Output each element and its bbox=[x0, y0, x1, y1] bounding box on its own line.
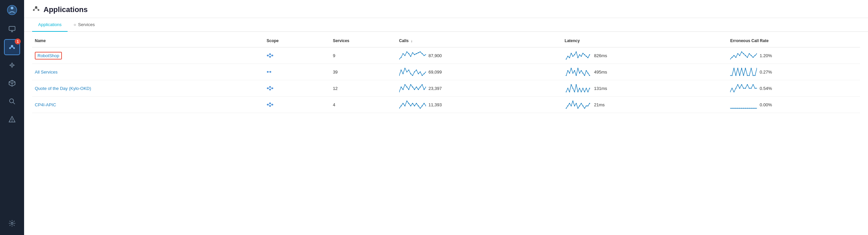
tab-applications[interactable]: Applications bbox=[32, 18, 68, 32]
scope-distributed-icon bbox=[267, 102, 328, 107]
svg-point-83 bbox=[572, 72, 574, 73]
svg-point-60 bbox=[754, 55, 755, 56]
svg-point-14 bbox=[269, 54, 271, 55]
sidebar-item-alerts[interactable] bbox=[4, 111, 20, 127]
latency-value: 21ms bbox=[594, 102, 604, 107]
svg-point-20 bbox=[404, 55, 405, 56]
calls-value: 11,393 bbox=[429, 102, 442, 107]
sidebar-item-applications[interactable]: 1 bbox=[4, 39, 20, 55]
erroneous-value: 1.20% bbox=[760, 53, 772, 58]
svg-point-151 bbox=[745, 88, 746, 89]
svg-point-81 bbox=[569, 72, 570, 73]
svg-point-57 bbox=[749, 53, 750, 54]
cell-services: 4 bbox=[330, 97, 397, 113]
svg-point-3 bbox=[11, 45, 13, 47]
svg-point-5 bbox=[13, 47, 15, 49]
col-header-erroneous[interactable]: Erroneous Call Rate bbox=[727, 34, 860, 47]
svg-point-45 bbox=[588, 57, 589, 58]
svg-point-66 bbox=[402, 73, 403, 74]
svg-point-65 bbox=[401, 70, 402, 70]
sidebar-item-search[interactable] bbox=[4, 93, 20, 109]
svg-point-168 bbox=[410, 105, 411, 106]
app-name-link[interactable]: Quote of the Day (Kylo-OKD) bbox=[35, 86, 91, 91]
svg-point-190 bbox=[588, 105, 589, 106]
svg-point-142 bbox=[589, 88, 590, 89]
svg-point-200 bbox=[745, 108, 746, 109]
svg-point-52 bbox=[739, 55, 740, 56]
svg-point-136 bbox=[579, 88, 580, 89]
svg-point-108 bbox=[756, 68, 757, 69]
svg-point-84 bbox=[574, 70, 575, 71]
cell-latency: 826ms bbox=[562, 47, 727, 64]
tab-services[interactable]: ○ Services bbox=[68, 18, 101, 32]
svg-point-150 bbox=[743, 88, 744, 89]
svg-point-115 bbox=[402, 89, 403, 90]
svg-point-73 bbox=[415, 70, 416, 70]
app-name-link[interactable]: CP4I-APIC bbox=[35, 102, 56, 107]
page-title: Applications bbox=[43, 5, 88, 14]
sidebar-item-settings[interactable] bbox=[4, 215, 20, 231]
cell-name: All Services bbox=[32, 64, 264, 80]
svg-point-43 bbox=[584, 54, 585, 55]
col-header-name[interactable]: Name bbox=[32, 34, 264, 47]
svg-point-74 bbox=[417, 73, 418, 74]
svg-point-87 bbox=[579, 72, 580, 73]
cell-scope bbox=[264, 97, 330, 113]
svg-point-156 bbox=[754, 88, 755, 89]
svg-point-29 bbox=[422, 53, 423, 54]
svg-point-41 bbox=[581, 56, 582, 57]
svg-point-75 bbox=[420, 71, 421, 72]
tab-services-label: Services bbox=[78, 22, 95, 27]
svg-point-35 bbox=[571, 53, 572, 54]
svg-point-40 bbox=[579, 54, 580, 55]
scope-single-icon bbox=[267, 70, 328, 74]
svg-point-195 bbox=[736, 108, 737, 109]
svg-point-146 bbox=[736, 88, 737, 89]
cell-name: CP4I-APIC bbox=[32, 97, 264, 113]
svg-point-134 bbox=[576, 84, 577, 85]
cell-services: 39 bbox=[330, 64, 397, 80]
svg-point-169 bbox=[412, 103, 413, 104]
svg-point-113 bbox=[399, 92, 400, 93]
svg-point-56 bbox=[747, 57, 748, 58]
svg-point-201 bbox=[747, 108, 748, 109]
svg-point-4 bbox=[9, 47, 11, 49]
svg-point-122 bbox=[415, 87, 416, 88]
svg-point-117 bbox=[406, 87, 407, 88]
svg-point-36 bbox=[572, 56, 574, 57]
svg-point-170 bbox=[414, 105, 415, 106]
col-header-calls[interactable]: Calls ↓ bbox=[397, 34, 562, 47]
svg-point-49 bbox=[734, 55, 735, 56]
app-name-link[interactable]: RobotShop bbox=[35, 52, 62, 60]
table-row: CP4I-APIC 4 11,393 21ms 0.00% bbox=[32, 97, 860, 113]
scope-distributed-icon bbox=[267, 53, 328, 58]
svg-point-164 bbox=[402, 103, 403, 104]
col-header-scope[interactable]: Scope bbox=[264, 34, 330, 47]
svg-point-112 bbox=[271, 88, 273, 89]
svg-point-37 bbox=[574, 54, 575, 55]
sidebar-badge: 1 bbox=[15, 38, 21, 44]
sidebar-item-packages[interactable] bbox=[4, 75, 20, 91]
svg-point-69 bbox=[408, 70, 409, 70]
col-header-services[interactable]: Services bbox=[330, 34, 397, 47]
svg-point-42 bbox=[583, 53, 584, 54]
col-header-latency[interactable]: Latency bbox=[562, 34, 727, 47]
sidebar-item-integrations[interactable] bbox=[4, 57, 20, 73]
sidebar-logo bbox=[5, 3, 20, 18]
svg-point-160 bbox=[269, 105, 271, 107]
svg-point-191 bbox=[589, 103, 590, 104]
svg-point-204 bbox=[752, 108, 753, 109]
svg-point-39 bbox=[578, 57, 579, 58]
svg-point-94 bbox=[730, 75, 731, 76]
svg-point-153 bbox=[749, 88, 750, 89]
svg-point-54 bbox=[743, 53, 744, 54]
svg-point-196 bbox=[737, 108, 738, 109]
sidebar-item-monitor[interactable] bbox=[4, 21, 20, 37]
calls-value: 23,397 bbox=[429, 86, 442, 91]
app-name-link[interactable]: All Services bbox=[35, 70, 58, 74]
tab-services-icon: ○ bbox=[73, 23, 76, 27]
svg-point-132 bbox=[572, 88, 574, 89]
svg-point-58 bbox=[750, 55, 751, 56]
svg-point-175 bbox=[423, 103, 424, 104]
calls-value: 69,099 bbox=[429, 70, 442, 74]
